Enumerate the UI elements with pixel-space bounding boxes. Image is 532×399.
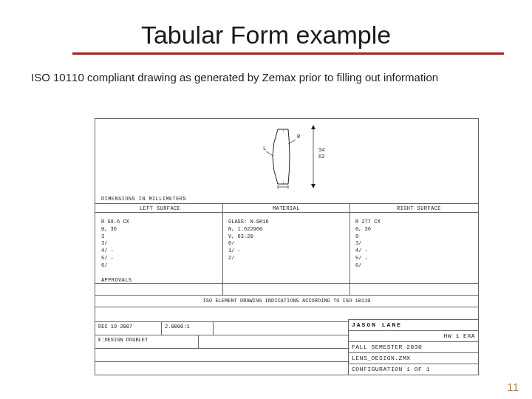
titleblock: JASON LANE HW 1 EXA FALL SEMESTER 2030 L… — [348, 319, 478, 375]
right-surface-column: R 277 CX 0, 36 9 3/ 4/ - 5/ - 6/ — [355, 219, 477, 269]
right-surface-header: RIGHT SURFACE — [397, 205, 441, 212]
svg-text:L: L — [263, 146, 266, 151]
glass-type: GLASS: N-SK16 — [228, 219, 350, 225]
file-name: LENS_DESIGN.ZMX — [349, 352, 478, 364]
material-column: GLASS: N-SK16 N, 1.622960 V, 63.20 0/ 1/… — [228, 219, 350, 262]
iso-caption: ISO ELEMENT DRAWING INDICATIONS ACCORDIN… — [95, 298, 478, 304]
svg-text:5: 5 — [281, 189, 284, 190]
r-left: R 59.6 CX — [101, 219, 223, 225]
slide-title: Tabular Form example — [0, 0, 532, 52]
iso-drawing-sheet: L R 5 34 62 DIMENSIONS IN MILLIMETERS LE… — [95, 118, 479, 375]
slide-subtitle: ISO 10110 compliant drawing as generated… — [31, 71, 532, 83]
scale-cell: 2.0000:1 — [162, 322, 214, 335]
title-underline — [72, 52, 504, 55]
left-surface-header: LEFT SURFACE — [140, 205, 180, 212]
diameter-value: 34 62 — [318, 147, 324, 160]
material-header: MATERIAL — [273, 205, 300, 212]
design-cell: E:DESIGN DOUBLET — [95, 335, 199, 348]
svg-line-0 — [266, 151, 273, 156]
svg-text:R: R — [297, 134, 301, 140]
configuration: CONFIGURATION 1 OF 1 — [349, 364, 478, 375]
date-cell: DEC 19 2007 — [95, 322, 162, 335]
r-right: R 277 CX — [355, 219, 477, 225]
page-number: 11 — [507, 381, 519, 393]
author-name: JASON LANE — [349, 319, 478, 330]
dimensions-note: DIMENSIONS IN MILLIMETERS — [101, 196, 186, 202]
left-surface-column: R 59.6 CX 0, 36 3 3/ 4/ - 5/ - 6/ — [101, 219, 223, 269]
